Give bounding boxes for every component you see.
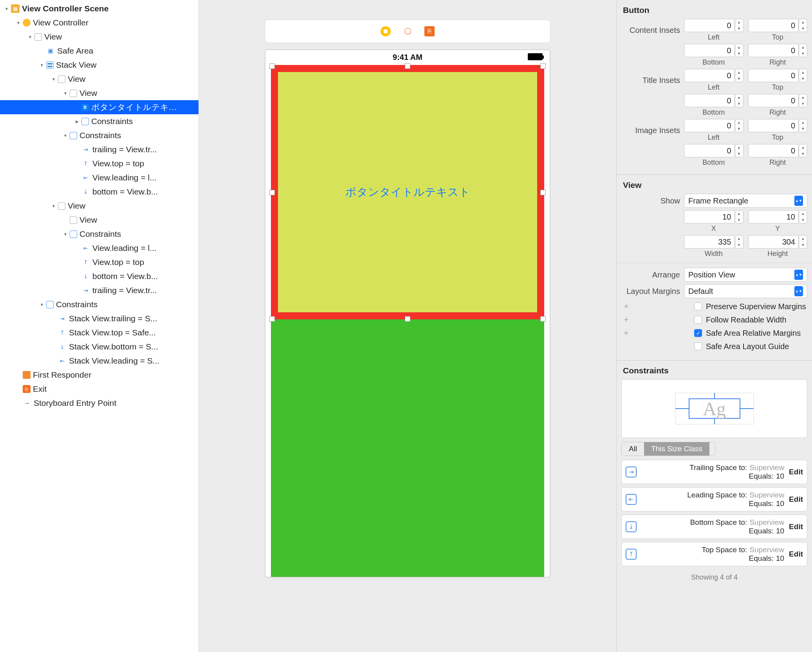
- sv-constraint-leading[interactable]: ⇤Stack View.leading = S...: [0, 354, 198, 368]
- selection-handle[interactable]: [540, 316, 546, 322]
- constraint-trailing-item[interactable]: ⇥ Trailing Space to: Superview Equals: 1…: [621, 460, 807, 484]
- preserve-margins-checkbox[interactable]: [694, 303, 702, 310]
- layout-margins-dropdown[interactable]: Default▲▼: [684, 284, 807, 298]
- stepper[interactable]: ▲▼: [735, 235, 743, 249]
- exit-row[interactable]: ⎘ Exit: [0, 382, 198, 396]
- stepper[interactable]: ▲▼: [735, 144, 743, 157]
- edit-button[interactable]: Edit: [789, 468, 803, 476]
- constraint-leading[interactable]: ⇤View.leading = l...: [0, 241, 198, 255]
- red-container-view[interactable]: ボタンタイトルテキスト: [271, 65, 544, 319]
- scene-row[interactable]: ▥ View Controller Scene: [0, 2, 198, 16]
- view1a-row[interactable]: View: [0, 86, 198, 100]
- stepper[interactable]: ▲▼: [735, 19, 743, 32]
- first-responder-icon[interactable]: ⬡: [402, 26, 413, 36]
- document-outline[interactable]: ▥ View Controller Scene View Controller …: [0, 0, 199, 652]
- scene-dock[interactable]: ⬡ ⎘: [265, 20, 550, 43]
- safe-area-relative-checkbox[interactable]: ✓: [694, 329, 702, 337]
- y-input[interactable]: 10: [748, 210, 799, 223]
- safe-area-row[interactable]: ▣ Safe Area: [0, 44, 198, 58]
- edit-button[interactable]: Edit: [789, 495, 803, 504]
- constraints-diagram[interactable]: Ag: [621, 379, 807, 438]
- image-insets-right-input[interactable]: 0: [748, 144, 799, 157]
- device-preview[interactable]: 9:41 AM ボタンタイトルテキスト: [265, 49, 550, 578]
- stepper[interactable]: ▲▼: [735, 119, 743, 132]
- size-class-segmented[interactable]: All This Size Class: [621, 442, 715, 456]
- title-insets-top-input[interactable]: 0: [748, 69, 799, 82]
- edit-button[interactable]: Edit: [789, 522, 803, 531]
- button-row-selected[interactable]: B ボタンタイトルテキ…: [0, 100, 198, 114]
- image-insets-bottom-input[interactable]: 0: [684, 144, 735, 157]
- view2a-row[interactable]: View: [0, 213, 198, 227]
- content-insets-right-input[interactable]: 0: [748, 44, 799, 57]
- vc-row[interactable]: View Controller: [0, 16, 198, 30]
- stepper[interactable]: ▲▼: [799, 94, 807, 107]
- constraint-top-item[interactable]: ⤒ Top Space to: Superview Equals: 10 Edi…: [621, 542, 807, 566]
- constraint-trailing[interactable]: ⇥trailing = View.tr...: [0, 283, 198, 297]
- stack-view-row[interactable]: Stack View: [0, 58, 198, 72]
- constraint-bottom[interactable]: ⤓bottom = View.b...: [0, 185, 198, 199]
- safe-area-guide-checkbox[interactable]: [694, 342, 702, 350]
- plus-icon[interactable]: +: [624, 328, 632, 338]
- seg-this-size-class[interactable]: This Size Class: [644, 442, 709, 456]
- constraint-top[interactable]: ⤒View.top = top: [0, 157, 198, 171]
- width-input[interactable]: 335: [684, 235, 735, 249]
- edit-button[interactable]: Edit: [789, 550, 803, 558]
- selection-handle[interactable]: [269, 316, 275, 322]
- selection-handle[interactable]: [405, 316, 410, 322]
- constraint-leading-item[interactable]: ⇤ Leading Space to: Superview Equals: 10…: [621, 487, 807, 512]
- selection-handle[interactable]: [540, 63, 546, 69]
- height-input[interactable]: 304: [748, 235, 799, 249]
- stepper[interactable]: ▲▼: [735, 210, 743, 223]
- button-preview[interactable]: ボタンタイトルテキスト: [278, 72, 537, 312]
- arrange-dropdown[interactable]: Position View▲▼: [684, 268, 807, 282]
- ib-canvas[interactable]: → ⬡ ⎘ 9:41 AM ボタンタイトルテキスト: [199, 0, 616, 652]
- root-view-row[interactable]: View: [0, 30, 198, 44]
- stepper[interactable]: ▲▼: [735, 94, 743, 107]
- plus-icon[interactable]: +: [624, 301, 632, 312]
- selection-handle[interactable]: [405, 63, 410, 69]
- selection-handle[interactable]: [540, 190, 546, 195]
- title-insets-bottom-input[interactable]: 0: [684, 94, 735, 107]
- stepper[interactable]: ▲▼: [799, 235, 807, 249]
- x-input[interactable]: 10: [684, 210, 735, 223]
- constraints-row[interactable]: Constraints: [0, 128, 198, 142]
- sv-constraint-top[interactable]: ⤒Stack View.top = Safe...: [0, 326, 198, 340]
- image-insets-top-input[interactable]: 0: [748, 119, 799, 132]
- stepper[interactable]: ▲▼: [799, 144, 807, 157]
- plus-icon[interactable]: +: [624, 315, 632, 325]
- stepper[interactable]: ▲▼: [799, 69, 807, 82]
- view1-row[interactable]: View: [0, 72, 198, 86]
- selection-handle[interactable]: [269, 190, 275, 195]
- stepper[interactable]: ▲▼: [735, 69, 743, 82]
- stepper[interactable]: ▲▼: [799, 44, 807, 57]
- sv-constraint-trailing[interactable]: ⇥Stack View.trailing = S...: [0, 312, 198, 326]
- constraint-trailing[interactable]: ⇥trailing = View.tr...: [0, 142, 198, 157]
- constraint-leading[interactable]: ⇤View.leading = l...: [0, 171, 198, 185]
- view2-row[interactable]: View: [0, 199, 198, 213]
- constraint-bottom[interactable]: ⤓bottom = View.b...: [0, 269, 198, 283]
- stepper[interactable]: ▲▼: [735, 44, 743, 57]
- selection-handle[interactable]: [269, 63, 275, 69]
- constraint-top[interactable]: ⤒View.top = top: [0, 255, 198, 269]
- exit-icon[interactable]: ⎘: [424, 26, 435, 36]
- show-dropdown[interactable]: Frame Rectangle▲▼: [684, 194, 807, 208]
- stepper[interactable]: ▲▼: [799, 19, 807, 32]
- constraints-row[interactable]: Constraints: [0, 227, 198, 241]
- size-inspector[interactable]: Button Content Insets 0▲▼Left 0▲▼Top 0▲▼…: [616, 0, 812, 652]
- content-insets-top-input[interactable]: 0: [748, 19, 799, 32]
- stepper[interactable]: ▲▼: [799, 210, 807, 223]
- green-view[interactable]: [271, 319, 544, 577]
- constraints-row[interactable]: Constraints: [0, 114, 198, 128]
- stepper[interactable]: ▲▼: [799, 119, 807, 132]
- seg-all[interactable]: All: [622, 442, 644, 456]
- title-insets-right-input[interactable]: 0: [748, 94, 799, 107]
- sv-constraint-bottom[interactable]: ⤓Stack View.bottom = S...: [0, 340, 198, 354]
- title-insets-left-input[interactable]: 0: [684, 69, 735, 82]
- entry-point-row[interactable]: → Storyboard Entry Point: [0, 396, 198, 410]
- first-responder-row[interactable]: First Responder: [0, 368, 198, 382]
- sv-constraints-row[interactable]: Constraints: [0, 297, 198, 312]
- image-insets-left-input[interactable]: 0: [684, 119, 735, 132]
- follow-readable-checkbox[interactable]: [694, 316, 702, 324]
- viewcontroller-icon[interactable]: [381, 26, 391, 36]
- content-insets-bottom-input[interactable]: 0: [684, 44, 735, 57]
